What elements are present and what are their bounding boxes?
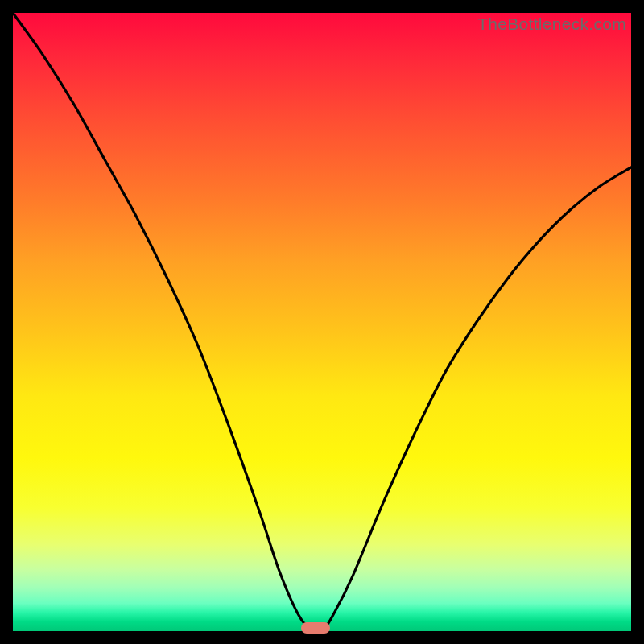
plot-area: TheBottleneck.com: [13, 13, 631, 631]
optimal-marker: [301, 622, 330, 634]
curve-path: [13, 13, 631, 631]
bottleneck-curve: [13, 13, 631, 631]
watermark-text: TheBottleneck.com: [477, 14, 626, 34]
chart-frame: TheBottleneck.com: [0, 0, 644, 644]
